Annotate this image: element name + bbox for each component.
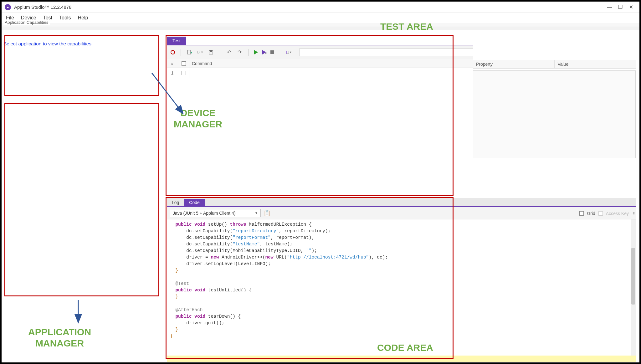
app-window: ● Appium Studio™ 12.2.4878 — ❐ ✕ File De… — [0, 0, 641, 364]
close-button[interactable]: ✕ — [626, 4, 636, 10]
tab-log[interactable]: Log — [167, 199, 184, 206]
access-key-checkbox[interactable] — [598, 211, 603, 216]
app-logo-icon: ● — [5, 4, 11, 10]
menu-help[interactable]: Help — [78, 15, 88, 21]
svg-rect-11 — [286, 51, 287, 54]
run-selected-button[interactable]: c — [262, 50, 266, 54]
export-step-icon[interactable]: ▼ — [197, 49, 203, 55]
run-button[interactable] — [254, 50, 258, 54]
stop-button[interactable] — [270, 50, 274, 54]
menu-tools[interactable]: Tools — [59, 15, 71, 21]
col-number[interactable]: # — [167, 59, 178, 68]
code-scrollbar[interactable] — [631, 219, 636, 361]
properties-body — [473, 70, 636, 158]
capabilities-panel: Application Capabilities Select applicat… — [2, 219, 154, 285]
svg-rect-7 — [187, 50, 191, 54]
grid-label: Grid — [587, 211, 595, 216]
highlight-strip — [167, 356, 636, 362]
copy-code-icon[interactable]: 📋 — [264, 210, 270, 216]
chevron-down-icon: ▼ — [255, 211, 258, 215]
code-area: Log Code Java (JUnit 5 + Appium Client 4… — [167, 198, 636, 361]
new-step-icon[interactable] — [187, 49, 193, 55]
code-language-select[interactable]: Java (JUnit 5 + Appium Client 4) ▼ — [170, 209, 261, 217]
undo-icon[interactable]: ↶ — [226, 49, 232, 55]
app-title: Appium Studio™ 12.2.4878 — [14, 4, 71, 10]
row-number: 1 — [167, 68, 178, 78]
col-value[interactable]: Value — [555, 60, 636, 68]
minimize-button[interactable]: — — [604, 4, 615, 10]
tab-code[interactable]: Code — [184, 199, 204, 206]
capabilities-panel-title: Application Capabilities — [3, 20, 50, 25]
title-bar: ● Appium Studio™ 12.2.4878 — ❐ ✕ — [2, 2, 639, 13]
grid-checkbox[interactable] — [579, 211, 584, 216]
row-check[interactable] — [182, 71, 186, 75]
save-icon[interactable] — [208, 49, 214, 55]
col-check-all[interactable] — [182, 61, 186, 66]
code-body[interactable]: public void setUp() throws MalformedURLE… — [167, 219, 636, 361]
layout-icon[interactable]: ▼ — [286, 49, 292, 55]
access-key-label: Access Key — [606, 211, 629, 216]
code-select-label: Java (JUnit 5 + Appium Client 4) — [173, 211, 235, 216]
tab-test[interactable]: Test — [167, 37, 186, 45]
svg-rect-8 — [197, 51, 199, 53]
code-right-controls: Grid Access Key ♀ — [579, 211, 636, 216]
record-button[interactable] — [171, 50, 175, 54]
properties-panel: Property Value — [473, 36, 636, 205]
menu-bar: File Device Test Tools Help — [2, 13, 639, 23]
svg-rect-9 — [210, 50, 212, 52]
col-property[interactable]: Property — [473, 60, 555, 68]
lightbulb-icon[interactable]: ♀ — [632, 211, 636, 216]
maximize-button[interactable]: ❐ — [615, 4, 626, 10]
redo-icon[interactable]: ↷ — [236, 49, 243, 55]
